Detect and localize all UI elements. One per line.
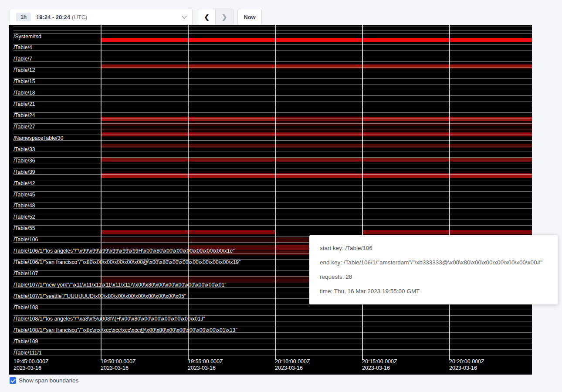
x-axis-tick: 20:10:00.000Z2023-03-16 bbox=[275, 358, 310, 372]
prev-interval-button[interactable]: ❮ bbox=[198, 9, 216, 25]
row-label: /Table/108/1/"san francisco"/"\x8c\xcc\x… bbox=[14, 328, 237, 333]
span-boundary-line bbox=[14, 27, 532, 27]
span-boundary-line bbox=[14, 349, 532, 350]
x-axis-time: 19:50:00.000Z bbox=[101, 358, 136, 365]
span-boundary-line bbox=[14, 344, 532, 344]
row-label: /Table/39 bbox=[14, 169, 35, 175]
span-boundary-line bbox=[14, 112, 532, 113]
x-axis-date: 2023-03-16 bbox=[14, 365, 49, 372]
span-boundary-line bbox=[14, 186, 532, 186]
span-boundary-line bbox=[14, 73, 532, 73]
now-button[interactable]: Now bbox=[237, 9, 262, 25]
hot-span-band bbox=[101, 128, 532, 132]
span-boundary-line bbox=[14, 33, 532, 34]
show-span-boundaries-label[interactable]: Show span boundaries bbox=[19, 377, 78, 384]
row-label: /Table/21 bbox=[14, 101, 35, 107]
row-label: /Table/7 bbox=[14, 56, 32, 62]
row-label: /Table/108/1/"los angeles"/"\xa8\xf5\u00… bbox=[14, 316, 205, 322]
tooltip-requests: requests: 28 bbox=[320, 273, 547, 281]
x-axis-time: 20:20:00.000Z bbox=[449, 358, 484, 365]
row-label: /System/tsd bbox=[14, 34, 41, 40]
span-boundary-line bbox=[14, 84, 532, 84]
span-boundary-line bbox=[14, 78, 532, 79]
time-nav-group: ❮ ❯ bbox=[198, 9, 234, 25]
span-boundary-line bbox=[14, 56, 532, 56]
span-boundary-line bbox=[14, 225, 532, 226]
next-interval-button[interactable]: ❯ bbox=[216, 9, 233, 25]
span-boundary-line bbox=[14, 44, 532, 45]
hot-span-band bbox=[275, 117, 362, 121]
hot-span-band bbox=[101, 122, 532, 126]
row-label: /Table/42 bbox=[14, 181, 35, 186]
time-gridline bbox=[362, 25, 363, 360]
tooltip-time: time: Thu, 16 Mar 2023 19:55:00 GMT bbox=[320, 287, 547, 296]
span-boundary-line bbox=[14, 101, 532, 101]
x-axis-date: 2023-03-16 bbox=[275, 365, 310, 372]
x-axis-date: 2023-03-16 bbox=[101, 365, 136, 372]
row-label: /Table/107/1/"new york"/"\x11\x11\x11\x1… bbox=[14, 282, 227, 288]
row-label: /Table/4 bbox=[14, 45, 32, 51]
span-boundary-line bbox=[14, 169, 532, 169]
hot-span-band bbox=[101, 158, 532, 162]
row-label: /Table/52 bbox=[14, 214, 35, 220]
span-boundary-line bbox=[14, 50, 532, 51]
span-boundary-line bbox=[14, 152, 532, 152]
span-boundary-line bbox=[14, 146, 532, 146]
span-boundary-line bbox=[14, 310, 532, 310]
x-axis-tick: 19:50:00.000Z2023-03-16 bbox=[101, 358, 136, 372]
row-label: /Table/36 bbox=[14, 158, 35, 164]
row-label: /Table/18 bbox=[14, 90, 35, 96]
hover-tooltip: start key: /Table/106 end key: /Table/10… bbox=[309, 235, 558, 304]
row-label: /NamespaceTable/30 bbox=[14, 135, 64, 141]
span-boundary-line bbox=[14, 338, 532, 338]
x-axis-time: 19:45:00.000Z bbox=[14, 358, 49, 365]
hot-span-band bbox=[362, 117, 532, 121]
span-boundary-line bbox=[14, 214, 532, 214]
row-label: /Table/106/1/"san francisco"/"\x80\x00\x… bbox=[14, 260, 240, 265]
span-boundary-line bbox=[14, 30, 532, 30]
x-axis-tick: 19:55:00.000Z2023-03-16 bbox=[188, 358, 223, 372]
span-boundary-line bbox=[14, 231, 532, 231]
row-label: /Table/45 bbox=[14, 192, 35, 198]
span-boundary-line bbox=[14, 157, 532, 158]
span-boundary-line bbox=[14, 129, 532, 129]
row-label: /Table/55 bbox=[14, 226, 35, 231]
row-label: /Table/111/1 bbox=[14, 350, 42, 356]
show-span-boundaries-checkbox[interactable] bbox=[10, 377, 16, 384]
x-axis-tick: 19:45:00.000Z2023-03-16 bbox=[14, 358, 49, 372]
span-boundary-line bbox=[14, 191, 532, 192]
span-boundary-line bbox=[14, 180, 532, 180]
span-boundary-line bbox=[14, 174, 532, 175]
time-gridline bbox=[449, 25, 450, 360]
key-visualizer-canvas[interactable]: /System/tsd/Table/4/Table/7/Table/12/Tab… bbox=[9, 25, 532, 375]
time-preset-badge: 1h bbox=[16, 13, 31, 21]
x-axis-time: 20:15:00.000Z bbox=[362, 358, 397, 365]
span-boundary-line bbox=[14, 220, 532, 220]
span-boundary-line bbox=[14, 107, 532, 107]
span-boundary-line bbox=[14, 61, 532, 62]
row-label: /Table/106/1/"los angeles"/"\x99\x99\x99… bbox=[14, 248, 235, 254]
span-boundary-line bbox=[14, 355, 532, 355]
row-label: /Table/24 bbox=[14, 113, 35, 118]
span-boundary-line bbox=[14, 67, 532, 68]
time-gridline bbox=[101, 25, 102, 360]
row-label: /Table/33 bbox=[14, 147, 35, 152]
hot-span-band bbox=[188, 64, 532, 68]
x-axis-date: 2023-03-16 bbox=[362, 365, 397, 372]
span-boundary-line bbox=[14, 123, 532, 124]
x-axis-date: 2023-03-16 bbox=[188, 365, 223, 372]
chevron-down-icon bbox=[182, 14, 186, 18]
row-label: /Table/109 bbox=[14, 339, 38, 345]
row-label: /Table/48 bbox=[14, 203, 35, 209]
span-boundary-line bbox=[14, 90, 532, 90]
row-label: /Table/108 bbox=[14, 305, 38, 311]
time-range-selector[interactable]: 1h 19:24 - 20:24(UTC) bbox=[10, 9, 193, 25]
x-axis-time: 19:55:00.000Z bbox=[188, 358, 223, 365]
time-range-label: 19:24 - 20:24(UTC) bbox=[36, 14, 87, 20]
x-axis-tick: 20:20:00.000Z2023-03-16 bbox=[449, 358, 484, 372]
span-boundary-line bbox=[14, 203, 532, 203]
row-label: /Table/12 bbox=[14, 68, 35, 73]
span-boundary-line bbox=[14, 163, 532, 163]
span-boundary-line bbox=[14, 197, 532, 197]
span-boundary-line bbox=[14, 140, 532, 141]
